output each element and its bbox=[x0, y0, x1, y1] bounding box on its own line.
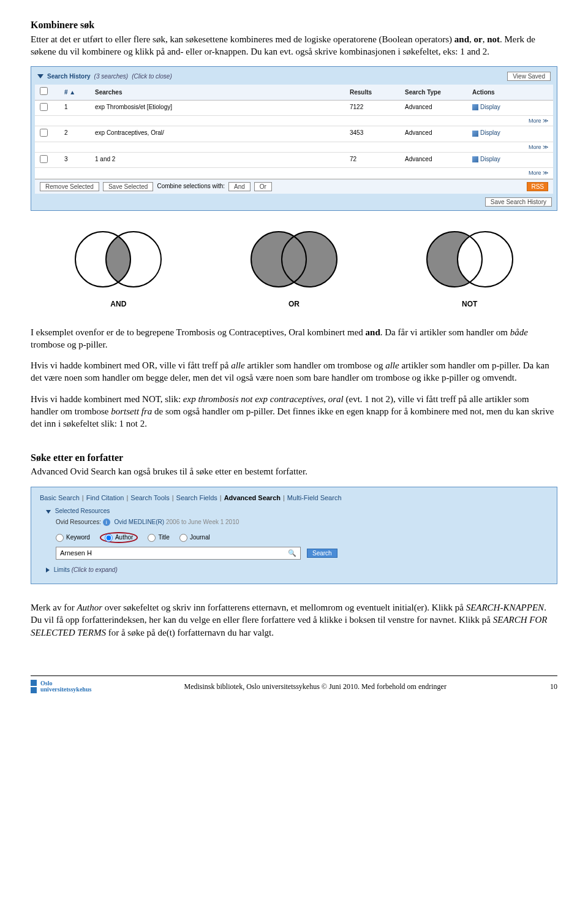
para-author-intro: Advanced Ovid Search kan også brukes til… bbox=[31, 465, 557, 478]
page-footer: Oslo universitetssykehus Medisinsk bibli… bbox=[31, 676, 557, 693]
row-num: 2 bbox=[59, 126, 90, 142]
radio-keyword[interactable]: Keyword bbox=[56, 533, 90, 542]
search-button[interactable]: Search bbox=[307, 549, 337, 558]
text: bortsett fra bbox=[111, 406, 152, 416]
selected-resources-label: Selected Resources bbox=[55, 508, 110, 514]
and-button[interactable]: And bbox=[228, 182, 251, 191]
collapse-icon bbox=[37, 74, 43, 78]
display-icon bbox=[472, 104, 478, 110]
select-all-checkbox[interactable] bbox=[40, 87, 48, 95]
row-checkbox[interactable] bbox=[40, 103, 48, 111]
rss-button[interactable]: RSS bbox=[527, 182, 548, 191]
text: , bbox=[469, 34, 474, 44]
tab-search-fields[interactable]: Search Fields bbox=[176, 494, 217, 501]
save-selected-button[interactable]: Save Selected bbox=[103, 182, 154, 191]
row-actions: Display bbox=[467, 126, 553, 142]
heading-author: Søke etter en forfatter bbox=[31, 451, 557, 465]
search-type-radios: Keyword Author Title Journal bbox=[56, 532, 548, 543]
more-row: More ≫ bbox=[35, 168, 553, 178]
text: Etter at det er utført to eller flere sø… bbox=[31, 34, 454, 44]
save-history-button[interactable]: Save Search History bbox=[485, 197, 552, 207]
row-query: exp Contraceptives, Oral/ bbox=[90, 126, 345, 142]
footer-text: Medisinsk bibliotek, Oslo universitetssy… bbox=[91, 682, 539, 691]
col-check bbox=[35, 85, 59, 100]
search-history-header[interactable]: Search History (3 searches) (Click to cl… bbox=[35, 70, 553, 85]
logo-text-2: universitetssykehus bbox=[40, 687, 91, 693]
search-history-table: # ▲ Searches Results Search Type Actions… bbox=[35, 85, 553, 178]
tab-basic-search[interactable]: Basic Search bbox=[40, 494, 80, 501]
text: I eksemplet ovenfor er de to begrepene T… bbox=[31, 327, 366, 337]
text: både bbox=[510, 327, 528, 337]
row-num: 3 bbox=[59, 152, 90, 168]
para-example: I eksemplet ovenfor er de to begrepene T… bbox=[31, 326, 557, 351]
row-actions: Display bbox=[467, 100, 553, 116]
logo-icon bbox=[31, 687, 37, 693]
tab-advanced-search[interactable]: Advanced Search bbox=[224, 494, 281, 501]
venn-not: NOT bbox=[412, 226, 528, 309]
search-history-panel: Search History (3 searches) (Click to cl… bbox=[31, 66, 557, 210]
limits-label: Limits bbox=[54, 566, 70, 573]
text: artikler som handler om trombose og bbox=[245, 360, 386, 370]
tab-separator: | bbox=[172, 494, 174, 501]
tab-multi-field-search[interactable]: Multi-Field Search bbox=[287, 494, 342, 501]
search-history-footer: Remove Selected Save Selected Combine se… bbox=[35, 179, 553, 194]
text: Hvis vi hadde kombinert med OR, ville vi… bbox=[31, 360, 231, 370]
table-row: 1exp Thrombosis/et [Etiology]7122Advance… bbox=[35, 100, 553, 116]
selected-resources-row[interactable]: Selected Resources bbox=[46, 507, 548, 516]
view-saved-button[interactable]: View Saved bbox=[507, 72, 551, 81]
table-row: 31 and 272AdvancedDisplay bbox=[35, 152, 553, 168]
radio-author[interactable]: Author bbox=[100, 532, 138, 543]
text: and bbox=[366, 327, 380, 337]
col-actions: Actions bbox=[467, 85, 553, 100]
text: Hvis vi hadde kombinert med NOT, slik: bbox=[31, 394, 183, 404]
tab-separator: | bbox=[283, 494, 285, 501]
text: trombose og p-piller. bbox=[31, 340, 107, 349]
col-type: Search Type bbox=[400, 85, 467, 100]
para-not: Hvis vi hadde kombinert med NOT, slik: e… bbox=[31, 393, 557, 430]
para-combine-intro: Etter at det er utført to eller flere sø… bbox=[31, 33, 557, 58]
text: and bbox=[454, 34, 469, 44]
search-input[interactable]: Arnesen H 🔍 bbox=[56, 547, 301, 560]
text: Merk av for bbox=[31, 603, 77, 612]
display-link[interactable]: Display bbox=[480, 104, 500, 110]
venn-or: OR bbox=[236, 226, 352, 309]
datasource-name[interactable]: Ovid MEDLINE(R) bbox=[114, 519, 164, 525]
col-num[interactable]: # ▲ bbox=[59, 85, 90, 100]
venn-or-icon bbox=[236, 226, 352, 293]
radio-journal[interactable]: Journal bbox=[179, 533, 210, 542]
display-link[interactable]: Display bbox=[480, 129, 500, 136]
text: exp thrombosis not exp contraceptives, o… bbox=[183, 394, 344, 404]
or-button[interactable]: Or bbox=[254, 182, 272, 191]
more-link[interactable]: More ≫ bbox=[529, 144, 548, 150]
more-link[interactable]: More ≫ bbox=[529, 170, 548, 176]
advanced-search-panel: Basic Search|Find Citation|Search Tools|… bbox=[31, 487, 557, 585]
search-count: (3 searches) bbox=[94, 72, 129, 81]
col-searches: Searches bbox=[90, 85, 345, 100]
heading-combine: Kombinere søk bbox=[31, 18, 557, 32]
row-checkbox[interactable] bbox=[40, 129, 48, 137]
venn-row: AND OR NOT bbox=[31, 226, 557, 309]
row-query: exp Thrombosis/et [Etiology] bbox=[90, 100, 345, 116]
radio-title[interactable]: Title bbox=[148, 533, 170, 542]
ovid-resources-label: Ovid Resources: bbox=[56, 519, 101, 525]
info-icon[interactable]: i bbox=[103, 519, 110, 526]
text: for å søke på de(t) forfatternavn du har… bbox=[106, 628, 274, 637]
radio-label: Title bbox=[158, 533, 170, 542]
venn-not-label: NOT bbox=[462, 299, 477, 309]
remove-selected-button[interactable]: Remove Selected bbox=[40, 182, 99, 191]
datasource-range: 2006 to June Week 1 2010 bbox=[166, 519, 239, 525]
text: over søkefeltet og skriv inn forfatteren… bbox=[102, 603, 466, 612]
search-history-title: Search History bbox=[47, 72, 91, 81]
more-link[interactable]: More ≫ bbox=[529, 118, 548, 124]
row-checkbox[interactable] bbox=[40, 155, 48, 163]
tab-search-tools[interactable]: Search Tools bbox=[130, 494, 169, 501]
display-link[interactable]: Display bbox=[480, 156, 500, 162]
table-row: 2exp Contraceptives, Oral/3453AdvancedDi… bbox=[35, 126, 553, 142]
text: alle bbox=[231, 360, 245, 370]
tab-find-citation[interactable]: Find Citation bbox=[86, 494, 124, 501]
row-results: 72 bbox=[345, 152, 400, 168]
row-results: 3453 bbox=[345, 126, 400, 142]
chevron-down-icon bbox=[46, 510, 51, 514]
limits-row[interactable]: Limits (Click to expand) bbox=[46, 566, 548, 574]
row-actions: Display bbox=[467, 152, 553, 168]
